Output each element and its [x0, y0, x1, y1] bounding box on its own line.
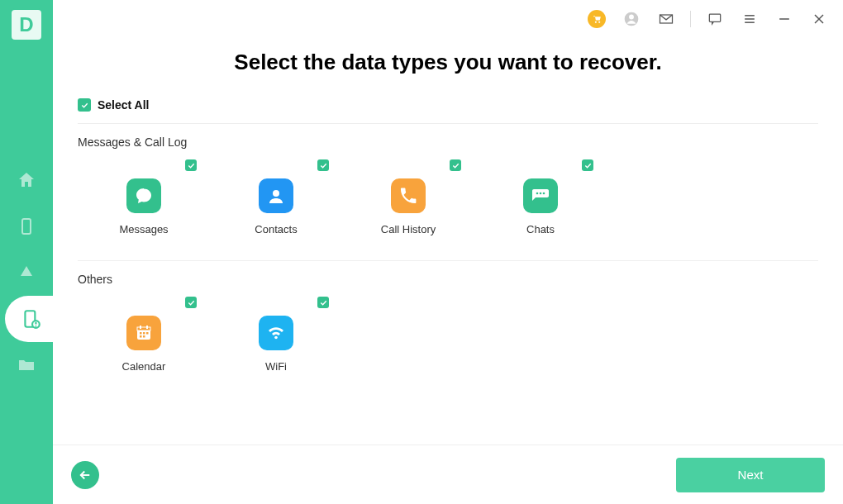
svg-point-28: [274, 336, 278, 340]
item-wifi-check[interactable]: [317, 297, 329, 308]
section-messages: Messages & Call Log Messages Contacts: [78, 124, 818, 261]
contacts-icon: [259, 178, 293, 213]
nav-home[interactable]: [0, 157, 53, 203]
nav-cloud[interactable]: [0, 250, 53, 296]
sidebar: D: [0, 0, 53, 504]
item-contacts-label: Contacts: [255, 223, 297, 235]
item-messages-check[interactable]: [185, 159, 197, 171]
cloud-icon: [17, 263, 36, 283]
svg-rect-0: [22, 219, 31, 234]
logo-letter: D: [19, 13, 33, 36]
calendar-icon: [126, 316, 161, 350]
app-logo: D: [10, 8, 43, 41]
section-others: Others Calendar WiFi: [78, 261, 818, 373]
main-panel: Select the data types you want to recove…: [53, 0, 843, 504]
svg-point-16: [536, 193, 539, 195]
section-others-title: Others: [78, 273, 818, 286]
nav-recovery-active[interactable]: [5, 296, 58, 342]
footer: Next: [53, 445, 843, 504]
svg-point-18: [543, 193, 545, 195]
back-button[interactable]: [71, 461, 99, 489]
item-call-history-label: Call History: [381, 223, 436, 235]
chats-icon: [523, 178, 558, 213]
item-wifi[interactable]: WiFi: [235, 301, 317, 373]
call-history-icon: [391, 178, 426, 213]
messages-grid: Messages Contacts Call History: [78, 154, 818, 235]
svg-rect-27: [143, 335, 145, 338]
select-all-checkbox[interactable]: [78, 98, 91, 112]
folder-icon: [17, 355, 36, 375]
svg-rect-20: [137, 327, 150, 330]
check-icon: [583, 161, 593, 170]
check-icon: [187, 298, 196, 307]
item-messages-label: Messages: [119, 223, 168, 235]
svg-rect-26: [140, 335, 142, 338]
svg-rect-24: [143, 332, 145, 335]
check-icon: [319, 161, 328, 170]
home-icon: [17, 170, 36, 190]
item-contacts[interactable]: Contacts: [235, 164, 317, 235]
check-icon: [451, 161, 460, 170]
nav-folder[interactable]: [0, 342, 53, 388]
phone-device-icon: [17, 216, 36, 236]
select-all-label: Select All: [98, 98, 150, 112]
next-button-label: Next: [738, 468, 764, 482]
wifi-icon: [259, 316, 293, 350]
check-icon: [187, 161, 196, 170]
next-button[interactable]: Next: [676, 458, 825, 492]
item-wifi-label: WiFi: [265, 360, 287, 373]
item-call-history-check[interactable]: [450, 159, 461, 171]
messages-icon: [126, 178, 161, 213]
phone-alert-icon: [21, 308, 42, 330]
page-title: Select the data types you want to recove…: [78, 50, 818, 75]
svg-point-17: [540, 193, 542, 195]
section-messages-title: Messages & Call Log: [78, 136, 818, 149]
svg-rect-23: [140, 332, 142, 335]
nav-phone[interactable]: [0, 203, 53, 250]
check-icon: [80, 101, 89, 110]
svg-point-15: [273, 190, 279, 197]
item-chats-check[interactable]: [582, 159, 593, 171]
arrow-left-icon: [78, 468, 93, 483]
select-all-row: Select All: [78, 98, 818, 124]
item-calendar[interactable]: Calendar: [102, 301, 185, 373]
item-chats[interactable]: Chats: [499, 164, 582, 235]
item-calendar-check[interactable]: [185, 297, 197, 308]
svg-rect-25: [146, 332, 149, 335]
item-calendar-label: Calendar: [122, 360, 166, 373]
item-messages[interactable]: Messages: [102, 164, 185, 235]
item-contacts-check[interactable]: [317, 159, 329, 171]
item-chats-label: Chats: [526, 223, 555, 235]
svg-point-4: [36, 326, 37, 327]
check-icon: [319, 298, 328, 307]
others-grid: Calendar WiFi: [78, 291, 818, 373]
item-call-history[interactable]: Call History: [367, 164, 450, 235]
